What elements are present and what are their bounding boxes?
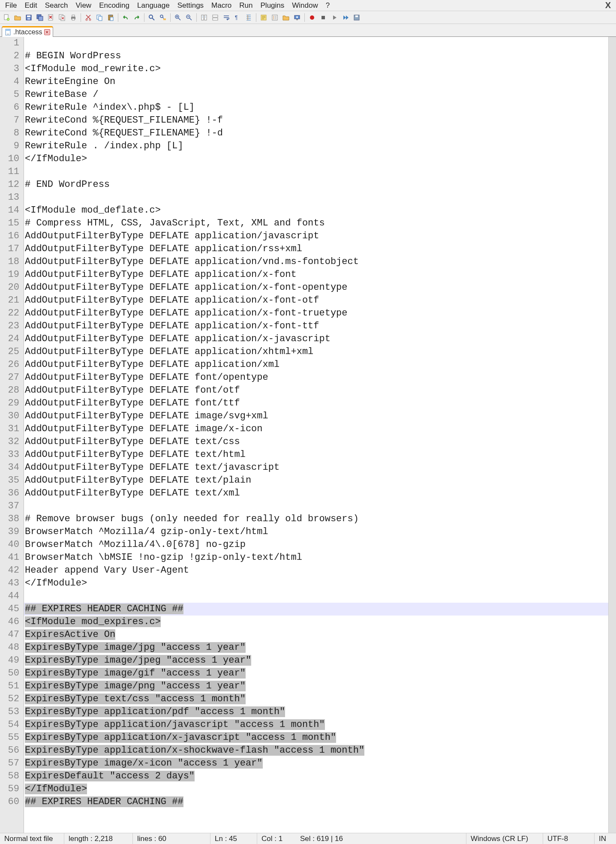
code-line[interactable]: </IfModule> xyxy=(24,577,608,590)
code-line[interactable]: AddOutputFilterByType DEFLATE font/opent… xyxy=(24,371,608,384)
code-line[interactable]: # Compress HTML, CSS, JavaScript, Text, … xyxy=(24,217,608,230)
code-line[interactable]: ExpiresByType text/css "access 1 month" xyxy=(24,693,608,706)
code-line[interactable]: ExpiresByType image/gif "access 1 year" xyxy=(24,667,608,680)
code-line[interactable]: <IfModule mod_expires.c> xyxy=(24,616,608,628)
replace-icon[interactable] xyxy=(158,13,168,22)
code-line[interactable]: AddOutputFilterByType DEFLATE text/xml xyxy=(24,487,608,500)
menu-encoding[interactable]: Encoding xyxy=(96,0,133,11)
save-macro-icon[interactable] xyxy=(352,13,361,22)
monitor-icon[interactable] xyxy=(292,13,302,22)
play-multi-icon[interactable] xyxy=(341,13,350,22)
stop-icon[interactable] xyxy=(319,13,328,22)
folder-icon[interactable] xyxy=(281,13,291,22)
code-line[interactable]: AddOutputFilterByType DEFLATE applicatio… xyxy=(24,358,608,371)
print-icon[interactable] xyxy=(69,13,78,22)
code-line[interactable]: RewriteRule ^index\.php$ - [L] xyxy=(24,101,608,114)
find-icon[interactable] xyxy=(147,13,156,22)
code-line[interactable]: Header append Vary User-Agent xyxy=(24,564,608,577)
code-line[interactable]: # Remove browser bugs (only needed for r… xyxy=(24,513,608,526)
wrap-icon[interactable] xyxy=(222,13,231,22)
code-line[interactable]: ExpiresByType image/jpeg "access 1 year" xyxy=(24,654,608,667)
code-line[interactable]: RewriteEngine On xyxy=(24,75,608,88)
code-line[interactable] xyxy=(24,37,608,50)
code-line[interactable]: RewriteBase / xyxy=(24,88,608,101)
code-line[interactable]: ExpiresByType application/x-shockwave-fl… xyxy=(24,744,608,757)
code-line[interactable]: AddOutputFilterByType DEFLATE text/css xyxy=(24,436,608,448)
save-icon[interactable] xyxy=(24,13,33,22)
code-line[interactable] xyxy=(24,191,608,204)
code-line[interactable]: AddOutputFilterByType DEFLATE applicatio… xyxy=(24,255,608,268)
code-line[interactable]: RewriteCond %{REQUEST_FILENAME} !-f xyxy=(24,114,608,127)
record-icon[interactable] xyxy=(307,13,317,22)
code-line[interactable]: ExpiresByType image/png "access 1 year" xyxy=(24,680,608,693)
code-line[interactable]: BrowserMatch \bMSIE !no-gzip !gzip-only-… xyxy=(24,551,608,564)
sync-v-icon[interactable] xyxy=(199,13,209,22)
paste-icon[interactable] xyxy=(106,13,115,22)
code-area[interactable]: # BEGIN WordPress<IfModule mod_rewrite.c… xyxy=(24,37,608,833)
tab-close-button[interactable]: ✕ xyxy=(44,29,50,35)
menu-view[interactable]: View xyxy=(72,0,95,11)
code-line[interactable]: ExpiresByType application/x-javascript "… xyxy=(24,731,608,744)
menu-language[interactable]: Language xyxy=(134,0,173,11)
code-line[interactable]: AddOutputFilterByType DEFLATE image/x-ic… xyxy=(24,423,608,436)
show-all-icon[interactable]: ¶ xyxy=(233,13,242,22)
code-line[interactable]: ExpiresByType application/pdf "access 1 … xyxy=(24,706,608,718)
code-line[interactable]: AddOutputFilterByType DEFLATE text/plain xyxy=(24,474,608,487)
code-line[interactable]: RewriteCond %{REQUEST_FILENAME} !-d xyxy=(24,127,608,140)
redo-icon[interactable] xyxy=(132,13,141,22)
code-line[interactable]: AddOutputFilterByType DEFLATE text/html xyxy=(24,448,608,461)
code-line[interactable]: AddOutputFilterByType DEFLATE text/javas… xyxy=(24,461,608,474)
sync-h-icon[interactable] xyxy=(210,13,220,22)
code-line[interactable]: AddOutputFilterByType DEFLATE applicatio… xyxy=(24,307,608,320)
play-icon[interactable] xyxy=(330,13,339,22)
code-line[interactable]: AddOutputFilterByType DEFLATE applicatio… xyxy=(24,243,608,255)
new-file-icon[interactable] xyxy=(2,13,11,22)
menu-file[interactable]: File xyxy=(2,0,20,11)
code-line[interactable]: AddOutputFilterByType DEFLATE font/otf xyxy=(24,384,608,397)
close-icon[interactable] xyxy=(46,13,56,22)
code-line[interactable] xyxy=(24,500,608,513)
code-line[interactable]: AddOutputFilterByType DEFLATE applicatio… xyxy=(24,345,608,358)
zoom-in-icon[interactable] xyxy=(173,13,183,22)
code-line[interactable]: </IfModule> xyxy=(24,783,608,796)
code-line[interactable]: AddOutputFilterByType DEFLATE applicatio… xyxy=(24,294,608,307)
code-line[interactable]: AddOutputFilterByType DEFLATE applicatio… xyxy=(24,230,608,243)
code-line[interactable]: # BEGIN WordPress xyxy=(24,50,608,63)
code-line[interactable]: AddOutputFilterByType DEFLATE image/svg+… xyxy=(24,410,608,423)
code-line[interactable] xyxy=(24,165,608,178)
code-line[interactable]: # END WordPress xyxy=(24,178,608,191)
menu-search[interactable]: Search xyxy=(42,0,72,11)
code-line[interactable]: AddOutputFilterByType DEFLATE applicatio… xyxy=(24,268,608,281)
close-all-icon[interactable] xyxy=(57,13,67,22)
save-all-icon[interactable] xyxy=(35,13,45,22)
code-line[interactable]: ExpiresByType image/x-icon "access 1 yea… xyxy=(24,757,608,770)
menu-run[interactable]: Run xyxy=(236,0,256,11)
code-line[interactable]: ExpiresByType application/javascript "ac… xyxy=(24,718,608,731)
code-line[interactable]: BrowserMatch ^Mozilla/4\.0[678] no-gzip xyxy=(24,538,608,551)
menu-window[interactable]: Window xyxy=(288,0,321,11)
open-file-icon[interactable] xyxy=(13,13,22,22)
window-close-button[interactable]: X xyxy=(602,0,614,10)
code-line[interactable]: ExpiresByType image/jpg "access 1 year" xyxy=(24,641,608,654)
code-line[interactable]: BrowserMatch ^Mozilla/4 gzip-only-text/h… xyxy=(24,526,608,538)
code-line[interactable]: RewriteRule . /index.php [L] xyxy=(24,140,608,153)
code-line[interactable]: ## EXPIRES HEADER CACHING ## xyxy=(24,603,608,616)
code-line[interactable]: ExpiresActive On xyxy=(24,628,608,641)
doc-map-icon[interactable] xyxy=(259,13,268,22)
code-line[interactable]: AddOutputFilterByType DEFLATE applicatio… xyxy=(24,281,608,294)
cut-icon[interactable] xyxy=(84,13,93,22)
menu-edit[interactable]: Edit xyxy=(21,0,40,11)
undo-icon[interactable] xyxy=(121,13,130,22)
menu-help[interactable]: ? xyxy=(322,0,333,11)
indent-guide-icon[interactable] xyxy=(244,13,253,22)
copy-icon[interactable] xyxy=(95,13,104,22)
zoom-out-icon[interactable] xyxy=(184,13,194,22)
code-line[interactable]: AddOutputFilterByType DEFLATE applicatio… xyxy=(24,333,608,345)
tab-htaccess[interactable]: .htaccess ✕ xyxy=(2,26,53,37)
code-line[interactable]: AddOutputFilterByType DEFLATE applicatio… xyxy=(24,320,608,333)
code-line[interactable]: AddOutputFilterByType DEFLATE font/ttf xyxy=(24,397,608,410)
code-line[interactable] xyxy=(24,590,608,603)
menu-plugins[interactable]: Plugins xyxy=(257,0,288,11)
func-list-icon[interactable] xyxy=(270,13,279,22)
code-line[interactable]: </IfModule> xyxy=(24,153,608,165)
